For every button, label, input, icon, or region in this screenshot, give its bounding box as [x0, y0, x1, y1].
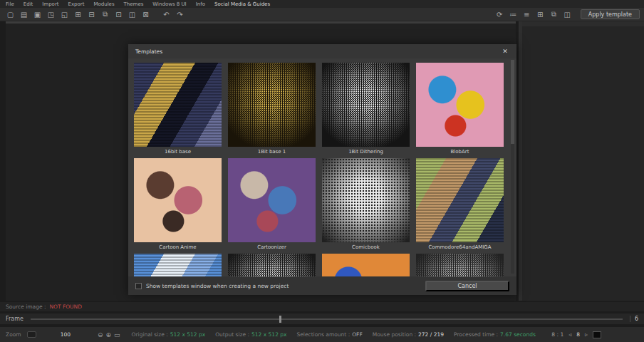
prev-frame-icon[interactable]: ◃ [568, 331, 571, 338]
original-size-value: 512 x 512 px [170, 331, 205, 338]
zoom-fit-icon[interactable]: ▭ [114, 331, 120, 338]
template-name: Comicbook [352, 244, 380, 251]
processed-time-label: Processed time : [454, 331, 498, 338]
zoom-in-icon[interactable]: ⊕ [106, 331, 112, 338]
frame-slider[interactable] [31, 316, 623, 323]
template-item[interactable] [416, 254, 504, 276]
menu-file[interactable]: File [6, 1, 14, 7]
import-sequence-icon[interactable]: ⊞ [72, 9, 84, 20]
next-frame-icon[interactable]: ▹ [585, 331, 588, 338]
output-size-label: Output size : [215, 331, 249, 338]
template-name: Cartoon Anime [159, 244, 196, 251]
dialog-scrollbar[interactable] [511, 60, 514, 274]
template-thumbnail[interactable] [322, 63, 410, 147]
selections-amount-value: OFF [352, 331, 363, 338]
template-item[interactable] [228, 254, 316, 276]
apply-template-button[interactable]: Apply template [581, 9, 640, 19]
source-image-label: Source image : [6, 304, 46, 310]
save-file-icon[interactable]: ▣ [31, 9, 43, 20]
processed-time-stat: Processed time :7.67 seconds [454, 331, 536, 338]
right-side-panel [519, 21, 644, 301]
template-item[interactable] [134, 254, 222, 276]
template-thumbnail[interactable] [228, 254, 316, 276]
zoom-out-icon[interactable]: ⊖ [98, 331, 103, 338]
show-templates-checkbox[interactable] [135, 283, 142, 289]
menu-export[interactable]: Export [68, 1, 85, 7]
template-thumbnail[interactable] [416, 158, 504, 242]
duplicate-icon[interactable]: ⧉ [548, 9, 560, 20]
refresh-icon[interactable]: ⟳ [494, 9, 506, 20]
original-size-label: Original size : [132, 331, 168, 338]
frame-ratio: 8 : 1 [551, 331, 564, 338]
cancel-button[interactable]: Cancel [425, 281, 509, 291]
show-templates-checkbox-label: Show templates window when creating a ne… [146, 283, 289, 289]
processed-time-value: 7.67 seconds [500, 331, 536, 338]
template-thumbnail[interactable] [228, 158, 316, 242]
template-thumbnail[interactable] [228, 63, 316, 147]
undo-icon[interactable]: ↶ [160, 9, 172, 20]
app-window: FileEditImportExportModulesThemesWindows… [0, 0, 644, 342]
grid-icon[interactable]: ⊞ [534, 9, 546, 20]
source-image-value: NOT FOUND [49, 304, 82, 310]
menu-info[interactable]: Info [196, 1, 205, 7]
template-name: BlobArt [451, 149, 469, 155]
template-thumbnail[interactable] [322, 158, 410, 242]
template-item[interactable]: BlobArt [416, 63, 504, 155]
export-video-icon[interactable]: ⊠ [140, 9, 152, 20]
template-item[interactable]: Cartoonizer [228, 158, 316, 251]
panel-header [522, 21, 644, 26]
zoom-icon-group: ⊖⊕▭ [98, 331, 120, 338]
menu-import[interactable]: Import [42, 1, 58, 7]
panel-icon[interactable]: ◫ [561, 9, 573, 20]
template-name: 16bit base [165, 149, 191, 155]
export-image-icon[interactable]: ◱ [58, 9, 71, 20]
templates-dialog-footer: Show templates window when creating a ne… [128, 276, 516, 295]
toolbar-right-icons: ⟳≔≡⊞⧉◫ [494, 9, 575, 20]
frame-slider-row: Frame 6 [0, 314, 644, 324]
menu-themes[interactable]: Themes [124, 1, 144, 7]
template-thumbnail[interactable] [416, 63, 504, 147]
mouse-position-stat: Mouse position :272 / 219 [373, 331, 444, 338]
open-file-icon[interactable]: ▤ [18, 9, 30, 20]
frame-value: 6 [630, 316, 638, 322]
template-item[interactable]: 1Bit Dithering [322, 63, 410, 155]
close-icon[interactable]: ✕ [501, 48, 509, 55]
panel-scrollbar[interactable] [519, 21, 522, 301]
status-bar: Zoom 100 ⊖⊕▭ Original size :512 x 512 px… [0, 327, 644, 342]
template-name: 1Bit Dithering [348, 149, 383, 155]
template-name: Cartoonizer [257, 244, 286, 251]
template-thumbnail[interactable] [416, 254, 504, 276]
menu-edit[interactable]: Edit [24, 1, 33, 7]
sort-list-icon[interactable]: ≔ [507, 9, 519, 20]
mouse-position-label: Mouse position : [373, 331, 416, 338]
template-thumbnail[interactable] [322, 254, 410, 276]
paste-icon[interactable]: ⊡ [113, 9, 125, 20]
canvas-horizontal-scrollbar[interactable] [6, 21, 516, 24]
redo-icon[interactable]: ↷ [174, 9, 186, 20]
template-item[interactable]: Commodore64andAMIGA [416, 158, 504, 251]
copy-icon[interactable]: ⧉ [99, 9, 111, 20]
new-file-icon[interactable]: ▢ [4, 9, 16, 20]
template-item[interactable]: 1Bit base 1 [228, 63, 316, 155]
template-item[interactable]: Comicbook [322, 158, 410, 251]
export-gif-icon[interactable]: ◫ [126, 9, 138, 20]
frame-slider-track[interactable] [31, 318, 623, 320]
template-thumbnail[interactable] [134, 158, 222, 242]
selections-amount-label: Selections amount : [296, 331, 350, 338]
export-sequence-icon[interactable]: ⊟ [85, 9, 98, 20]
template-item[interactable]: Cartoon Anime [134, 158, 222, 251]
template-thumbnail[interactable] [134, 254, 222, 276]
menu-social-media-guides[interactable]: Social Media & Guides [214, 1, 270, 7]
source-image-status: Source image : NOT FOUND [0, 302, 644, 311]
menu-windows-8-ui[interactable]: Windows 8 UI [152, 1, 186, 7]
menu-modules[interactable]: Modules [93, 1, 114, 7]
zoom-toggle[interactable] [27, 331, 36, 338]
dialog-scrollbar-thumb[interactable] [511, 60, 514, 144]
frame-slider-handle[interactable] [279, 316, 281, 323]
template-item[interactable] [322, 254, 410, 276]
template-item[interactable]: 16bit base [134, 63, 222, 155]
list-icon[interactable]: ≡ [521, 9, 533, 20]
import-image-icon[interactable]: ◳ [45, 9, 57, 20]
color-swatch[interactable] [593, 331, 601, 338]
template-thumbnail[interactable] [134, 63, 222, 147]
